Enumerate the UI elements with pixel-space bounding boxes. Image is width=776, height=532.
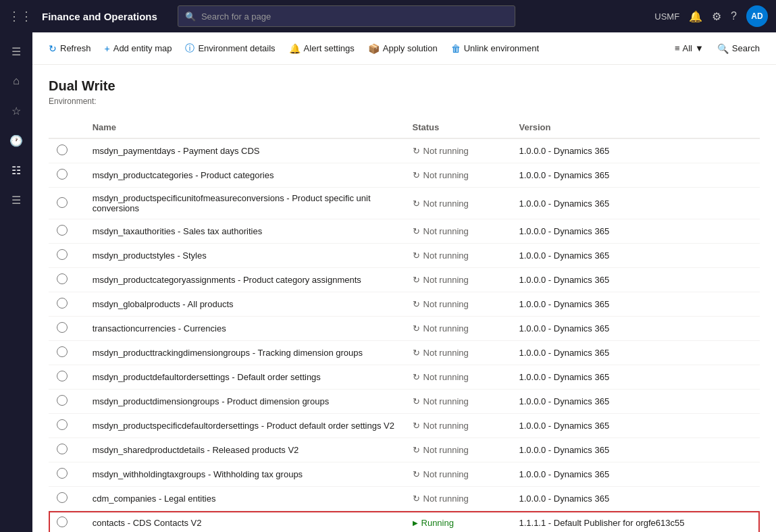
table-header-row: Name Status Version bbox=[49, 117, 760, 138]
sync-icon: ↻ bbox=[413, 494, 420, 504]
sync-icon: ↻ bbox=[413, 469, 420, 479]
settings-icon[interactable]: ⚙ bbox=[712, 10, 721, 23]
notification-icon[interactable]: 🔔 bbox=[689, 10, 702, 23]
toolbar-right: ≡ All ▼ 🔍 Search bbox=[669, 39, 765, 58]
row-radio[interactable] bbox=[57, 371, 68, 381]
table-row[interactable]: msdyn_withholdingtaxgroups - Withholding… bbox=[49, 462, 760, 487]
sync-icon: ↻ bbox=[413, 299, 420, 309]
table-row[interactable]: msdyn_productspecificunitofmeasureconver… bbox=[49, 188, 760, 219]
unlink-icon: 🗑 bbox=[451, 43, 461, 54]
row-version: 1.0.0.0 - Dynamics 365 bbox=[511, 365, 760, 390]
row-status: ↻Not running bbox=[405, 163, 511, 188]
alert-icon: 🔔 bbox=[289, 43, 301, 54]
row-version: 1.0.0.0 - Dynamics 365 bbox=[511, 244, 760, 268]
row-name: transactioncurrencies - Currencies bbox=[84, 317, 405, 341]
info-icon: ⓘ bbox=[185, 43, 195, 55]
row-radio[interactable] bbox=[57, 144, 68, 155]
row-version: 1.0.0.0 - Dynamics 365 bbox=[511, 138, 760, 163]
sync-icon: ↻ bbox=[413, 275, 420, 285]
sync-icon: ↻ bbox=[413, 146, 420, 156]
table-row[interactable]: msdyn_productspecificdefaultordersetting… bbox=[49, 414, 760, 438]
status-not-running: ↻Not running bbox=[413, 421, 503, 431]
sidebar-icon-favorites[interactable]: ☆ bbox=[3, 97, 30, 124]
row-status: ↻Not running bbox=[405, 244, 511, 268]
sync-icon: ↻ bbox=[413, 170, 420, 180]
row-version: 1.1.1.1 - Default Publisher for orgfe613… bbox=[511, 511, 760, 533]
search-button[interactable]: 🔍 Search bbox=[712, 39, 765, 58]
toolbar: ↻ Refresh + Add entity map ⓘ Environment… bbox=[32, 32, 776, 65]
row-version: 1.0.0.0 - Dynamics 365 bbox=[511, 414, 760, 438]
alert-settings-button[interactable]: 🔔 Alert settings bbox=[284, 39, 360, 58]
table-row[interactable]: contacts - CDS Contacts V2▶Running1.1.1.… bbox=[49, 511, 760, 533]
status-not-running: ↻Not running bbox=[413, 198, 503, 209]
row-radio[interactable] bbox=[57, 249, 68, 260]
row-version: 1.0.0.0 - Dynamics 365 bbox=[511, 188, 760, 219]
row-radio[interactable] bbox=[57, 346, 68, 357]
row-radio[interactable] bbox=[57, 395, 68, 406]
filter-all-button[interactable]: ≡ All ▼ bbox=[669, 39, 709, 57]
row-name: msdyn_productspecificdefaultordersetting… bbox=[84, 414, 405, 438]
search-input[interactable] bbox=[201, 11, 508, 22]
table-row[interactable]: msdyn_globalproducts - All products↻Not … bbox=[49, 292, 760, 317]
sidebar-icon-menu[interactable]: ☰ bbox=[3, 38, 30, 65]
table-row[interactable]: msdyn_paymentdays - Payment days CDS↻Not… bbox=[49, 138, 760, 163]
status-not-running: ↻Not running bbox=[413, 323, 503, 334]
row-radio[interactable] bbox=[57, 444, 68, 454]
sidebar-icon-list[interactable]: ☰ bbox=[3, 186, 30, 213]
row-status: ↻Not running bbox=[405, 138, 511, 163]
avatar[interactable]: AD bbox=[746, 5, 768, 27]
search-bar[interactable]: 🔍 bbox=[178, 5, 515, 27]
apply-solution-button[interactable]: 📦 Apply solution bbox=[363, 39, 443, 58]
row-radio[interactable] bbox=[57, 298, 68, 309]
refresh-button[interactable]: ↻ Refresh bbox=[43, 39, 97, 58]
sidebar-icon-modules[interactable]: ☷ bbox=[3, 157, 30, 184]
refresh-icon: ↻ bbox=[49, 43, 57, 54]
table-row[interactable]: msdyn_producttrackingdimensiongroups - T… bbox=[49, 341, 760, 365]
row-name: msdyn_producttrackingdimensiongroups - T… bbox=[84, 341, 405, 365]
row-radio[interactable] bbox=[57, 419, 68, 430]
row-radio[interactable] bbox=[57, 273, 68, 284]
row-radio[interactable] bbox=[57, 516, 68, 527]
content-area: ↻ Refresh + Add entity map ⓘ Environment… bbox=[32, 32, 776, 532]
sidebar-icon-home[interactable]: ⌂ bbox=[3, 68, 30, 95]
table-row[interactable]: msdyn_productcategoryassignments - Produ… bbox=[49, 268, 760, 292]
table-row[interactable]: msdyn_productcategories - Product catego… bbox=[49, 163, 760, 188]
row-version: 1.0.0.0 - Dynamics 365 bbox=[511, 438, 760, 462]
col-name: Name bbox=[84, 117, 405, 138]
row-radio[interactable] bbox=[57, 197, 68, 208]
sync-icon: ↻ bbox=[413, 226, 420, 236]
row-radio[interactable] bbox=[57, 492, 68, 503]
row-radio[interactable] bbox=[57, 468, 68, 479]
row-status: ↻Not running bbox=[405, 390, 511, 414]
row-radio[interactable] bbox=[57, 169, 68, 180]
sidebar-icon-recent[interactable]: 🕐 bbox=[3, 127, 30, 154]
table-row[interactable]: cdm_companies - Legal entities↻Not runni… bbox=[49, 487, 760, 511]
sync-icon: ↻ bbox=[413, 421, 420, 431]
top-nav-bar: ⋮⋮ Finance and Operations 🔍 USMF 🔔 ⚙ ? A… bbox=[0, 0, 776, 32]
table-row[interactable]: msdyn_sharedproductdetails - Released pr… bbox=[49, 438, 760, 462]
row-name: msdyn_productcategories - Product catego… bbox=[84, 163, 405, 188]
row-name: msdyn_withholdingtaxgroups - Withholding… bbox=[84, 462, 405, 487]
row-version: 1.0.0.0 - Dynamics 365 bbox=[511, 219, 760, 244]
add-entity-map-button[interactable]: + Add entity map bbox=[99, 39, 178, 58]
table-row[interactable]: transactioncurrencies - Currencies↻Not r… bbox=[49, 317, 760, 341]
sync-icon: ↻ bbox=[413, 445, 420, 455]
sidebar: ☰ ⌂ ☆ 🕐 ☷ ☰ bbox=[0, 32, 32, 532]
unlink-environment-button[interactable]: 🗑 Unlink environment bbox=[446, 39, 544, 58]
page-title: Dual Write bbox=[49, 78, 760, 94]
table-row[interactable]: msdyn_productstyles - Styles↻Not running… bbox=[49, 244, 760, 268]
grid-icon[interactable]: ⋮⋮ bbox=[8, 9, 32, 24]
help-icon[interactable]: ? bbox=[731, 10, 737, 22]
row-radio[interactable] bbox=[57, 322, 68, 333]
table-row[interactable]: msdyn_taxauthorities - Sales tax authori… bbox=[49, 219, 760, 244]
main-layout: ☰ ⌂ ☆ 🕐 ☷ ☰ ↻ Refresh + Add entity map ⓘ… bbox=[0, 32, 776, 532]
filter-lines-icon: ≡ bbox=[675, 43, 680, 53]
row-radio[interactable] bbox=[57, 225, 68, 236]
row-status: ↻Not running bbox=[405, 219, 511, 244]
row-status: ↻Not running bbox=[405, 438, 511, 462]
environment-details-button[interactable]: ⓘ Environment details bbox=[180, 38, 280, 59]
status-not-running: ↻Not running bbox=[413, 348, 503, 358]
table-row[interactable]: msdyn_productdefaultordersettings - Defa… bbox=[49, 365, 760, 390]
sync-icon: ↻ bbox=[413, 250, 420, 261]
table-row[interactable]: msdyn_productdimensiongroups - Product d… bbox=[49, 390, 760, 414]
